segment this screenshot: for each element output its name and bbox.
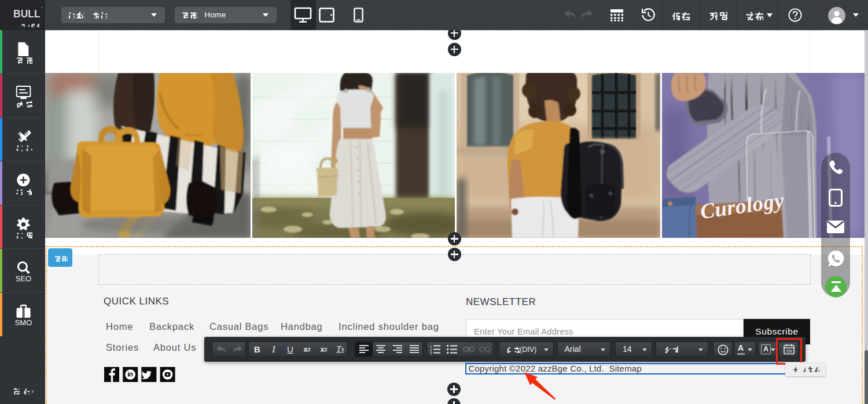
- svg-text:3: 3: [430, 351, 432, 354]
